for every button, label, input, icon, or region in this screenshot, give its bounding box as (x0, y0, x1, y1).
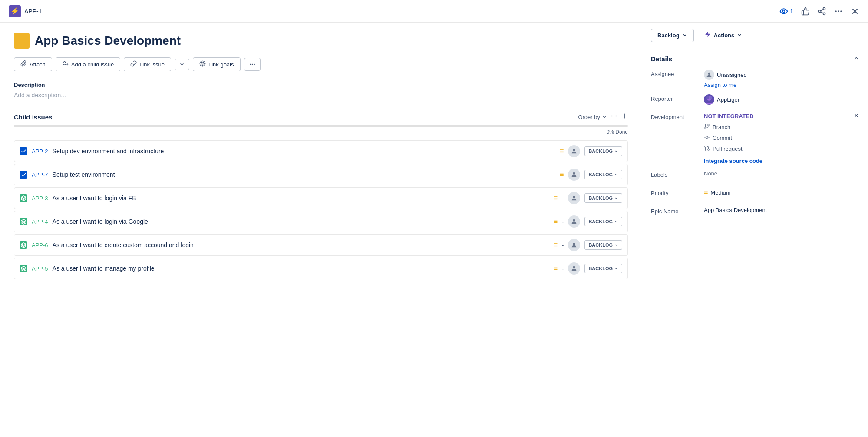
ellipsis-icon (611, 113, 617, 119)
status-chevron-icon (614, 196, 618, 200)
close-button[interactable] (851, 7, 859, 16)
svg-point-29 (573, 243, 575, 245)
assignee-row: Assignee Unassigned Assign to me (651, 70, 859, 88)
like-button[interactable] (801, 7, 810, 16)
attach-button[interactable]: Attach (14, 57, 52, 71)
svg-point-28 (573, 219, 575, 222)
plus-icon (621, 113, 628, 119)
svg-point-11 (64, 62, 66, 63)
link-issue-dropdown-button[interactable] (175, 59, 189, 70)
backlog-button[interactable]: Backlog (651, 29, 694, 42)
issue-key-app6[interactable]: APP-6 (32, 242, 48, 248)
labels-none: None (704, 170, 717, 177)
add-child-issue-button[interactable]: Add a child issue (56, 57, 120, 71)
svg-point-21 (614, 116, 615, 117)
status-badge-app3[interactable]: BACKLOG (584, 193, 622, 203)
more-actions-button[interactable] (244, 58, 261, 71)
left-panel: App Basics Development Attach Add a chil… (0, 23, 642, 437)
child-issues-header: Child issues Order by (14, 113, 628, 121)
assign-to-me-link[interactable]: Assign to me (704, 82, 859, 88)
svg-point-25 (573, 149, 575, 151)
details-title: Details (651, 55, 672, 63)
child-issues-add-button[interactable] (621, 113, 628, 121)
svg-point-8 (840, 10, 842, 12)
svg-point-15 (201, 62, 205, 66)
share-button[interactable] (818, 7, 826, 16)
svg-point-22 (615, 116, 617, 117)
pull-request-icon (704, 145, 710, 152)
story-icon-app6 (20, 241, 27, 249)
commit-row: Commit (704, 134, 859, 142)
issue-key-app5[interactable]: APP-5 (32, 265, 48, 272)
svg-point-20 (611, 116, 613, 117)
unassigned-row: Unassigned (704, 70, 859, 80)
status-badge-app2[interactable]: BACKLOG (584, 146, 622, 156)
assignee-label: Assignee (651, 70, 699, 77)
pull-request-label[interactable]: Pull request (713, 146, 743, 152)
status-badge-app7[interactable]: BACKLOG (584, 170, 622, 179)
priority-dash-app4: - (562, 218, 564, 225)
task-icon-app2 (20, 147, 27, 155)
priority-value[interactable]: ≡ Medium (704, 189, 859, 196)
actions-chevron-icon (737, 33, 742, 38)
status-chevron-icon (614, 172, 618, 177)
link-issue-button[interactable]: Link issue (124, 57, 171, 71)
order-by-button[interactable]: Order by (578, 114, 607, 120)
progress-bar-container (14, 125, 628, 127)
reporter-value: AppLiger (704, 94, 859, 105)
development-row: Development NOT INTEGRATED B (651, 113, 859, 164)
not-integrated-badge[interactable]: NOT INTEGRATED (704, 113, 754, 119)
person-icon (571, 148, 578, 155)
watch-button[interactable]: 1 (779, 7, 793, 16)
svg-point-19 (254, 64, 255, 65)
description-label: Description (14, 82, 628, 88)
status-badge-app6[interactable]: BACKLOG (584, 240, 622, 250)
commit-label[interactable]: Commit (713, 135, 732, 141)
svg-marker-31 (705, 31, 710, 37)
details-collapse-button[interactable] (853, 55, 859, 63)
story-icon-app5 (20, 265, 27, 272)
user-icon (706, 71, 713, 78)
issue-summary-app5: As a user I want to manage my profile (53, 265, 549, 272)
issue-key-app4[interactable]: APP-4 (32, 218, 48, 225)
branch-label[interactable]: Branch (713, 124, 730, 130)
svg-point-35 (706, 96, 709, 99)
status-badge-app4[interactable]: BACKLOG (584, 217, 622, 226)
child-issues-more-button[interactable] (611, 113, 617, 121)
person-icon (571, 265, 578, 272)
status-chevron-icon (614, 219, 618, 224)
issue-key-app7[interactable]: APP-7 (32, 172, 48, 178)
svg-point-27 (573, 196, 575, 198)
issue-key-app3[interactable]: APP-3 (32, 195, 48, 202)
link-icon (130, 60, 137, 68)
integrate-source-code-link[interactable]: Integrate source code (704, 158, 859, 164)
avatar-app4 (568, 215, 580, 228)
reporter-row: Reporter AppLiger (651, 94, 859, 106)
person-icon (571, 218, 578, 225)
details-header: Details (651, 55, 859, 63)
chevron-up-icon (853, 55, 859, 61)
child-issue-row: APP-7 Setup test environment ≡ BACKLOG (14, 164, 628, 185)
development-close-button[interactable] (853, 113, 859, 120)
action-buttons: Attach Add a child issue Link issue (14, 57, 628, 71)
eye-icon (779, 7, 788, 16)
link-goals-button[interactable]: Link goals (193, 57, 241, 71)
status-badge-app5[interactable]: BACKLOG (584, 264, 622, 273)
reporter-avatar-icon (704, 94, 714, 105)
more-button[interactable] (834, 7, 843, 16)
more-icon (834, 7, 843, 16)
pull-request-row: Pull request (704, 145, 859, 152)
issue-summary-app7: Setup test environment (53, 171, 555, 178)
priority-icon-app2: ≡ (560, 147, 564, 155)
svg-point-7 (838, 10, 839, 12)
actions-button[interactable]: Actions (698, 28, 749, 43)
svg-point-17 (250, 64, 251, 65)
issue-key-app2[interactable]: APP-2 (32, 148, 48, 155)
svg-point-26 (573, 172, 575, 175)
priority-icon-app3: ≡ (554, 194, 558, 202)
unassigned-text: Unassigned (717, 72, 747, 78)
description-placeholder[interactable]: Add a description... (14, 92, 628, 99)
priority-medium-icon: ≡ (704, 189, 708, 196)
child-issue-row: APP-6 As a user I want to create custom … (14, 234, 628, 256)
child-issues-controls: Order by (578, 113, 628, 121)
